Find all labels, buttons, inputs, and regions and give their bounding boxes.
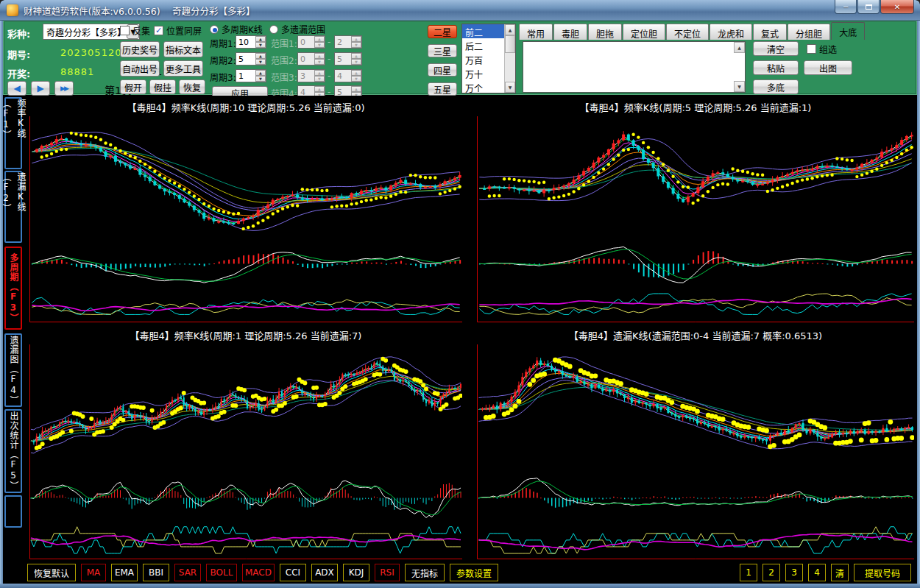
tab-fushi[interactable]: 复式: [753, 24, 787, 40]
chart-title-4: 【毒胆4】遗漏K线(遗漏范围:0-4 当前遗漏:7 概率:0.6513): [477, 328, 914, 342]
tab-budingwei[interactable]: 不定位: [666, 24, 709, 40]
tab-fenzudan[interactable]: 分组胆: [788, 24, 830, 40]
ma-button[interactable]: MA: [81, 564, 106, 581]
textarea-scroll-up-icon[interactable]: ▲: [734, 42, 745, 53]
indicator-text-button[interactable]: 指标文本: [163, 41, 203, 57]
tab-longhuhe[interactable]: 龙虎和: [710, 24, 752, 40]
tab-dingweidan[interactable]: 定位胆: [623, 24, 665, 40]
preset3-button[interactable]: 3: [785, 564, 803, 581]
chutu-button[interactable]: 出图: [804, 60, 852, 75]
boll-button[interactable]: BOLL: [206, 564, 237, 581]
list-scrollbar[interactable]: ▲ ▼: [504, 24, 515, 93]
last-page-button[interactable]: ▶▶: [54, 81, 74, 96]
range1-to-spinner: 2 ▲▼: [334, 35, 362, 49]
checkbox-zuxuan-box[interactable]: [807, 44, 816, 54]
scroll-up-icon[interactable]: ▲: [505, 24, 515, 35]
list-item-wange[interactable]: 万个: [462, 80, 504, 94]
more-tools-button[interactable]: 更多工具: [163, 60, 203, 77]
star3-button[interactable]: 三星: [428, 44, 457, 57]
sidebar-item-f3[interactable]: 多周期（F3）: [4, 247, 22, 330]
range3-to-arrows: ▲▼: [351, 70, 361, 82]
star4-button[interactable]: 四星: [428, 63, 457, 77]
checkbox-fanji[interactable]: 反集: [120, 24, 150, 37]
period1-spin-arrows[interactable]: ▲▼: [255, 36, 266, 48]
adx-button[interactable]: ADX: [311, 564, 338, 581]
clear-button[interactable]: 清空: [753, 41, 799, 56]
fake-hang-button[interactable]: 假挂: [149, 79, 176, 94]
history-numbers-button[interactable]: 历史奖号: [120, 41, 160, 57]
close-button[interactable]: ✕: [880, 0, 914, 14]
sidebar-item-f5[interactable]: 出次统计（F5）: [4, 409, 22, 493]
scroll-down-icon[interactable]: ▼: [505, 82, 515, 93]
period1-spinner[interactable]: 10 ▲▼: [236, 35, 266, 49]
paste-button[interactable]: 粘贴: [753, 60, 799, 75]
chart-panel-2: [477, 116, 914, 322]
fake-open-button[interactable]: 假开: [120, 79, 146, 94]
checkbox-tongping-box[interactable]: ✓: [154, 26, 163, 35]
radio-multi-period-circle[interactable]: [210, 25, 219, 34]
sidebar-item-f4[interactable]: 遗漏图（F4）: [4, 333, 22, 407]
list-item-wanbai[interactable]: 万百: [462, 52, 504, 66]
window-right-edge: [917, 21, 920, 584]
kdj-button[interactable]: KDJ: [343, 564, 369, 581]
minimize-button[interactable]: ─: [835, 0, 857, 14]
draw-label: 开奖:: [7, 66, 30, 80]
numbers-textarea[interactable]: ▲ ▼: [523, 41, 746, 93]
scroll-thumb[interactable]: [505, 35, 515, 53]
radio-multi-range-circle[interactable]: [269, 25, 278, 34]
period3-spinner[interactable]: 1 ▲▼: [236, 69, 266, 82]
next-page-button[interactable]: ▶: [31, 81, 50, 96]
period2-value: 5: [236, 53, 255, 65]
sar-button[interactable]: SAR: [174, 564, 201, 581]
period2-spinner[interactable]: 5 ▲▼: [236, 52, 266, 65]
tab-dudan[interactable]: 毒胆: [553, 24, 587, 40]
auto-number-button[interactable]: 自动出号: [120, 60, 160, 77]
preset1-button[interactable]: 1: [740, 564, 757, 581]
tab-changyong[interactable]: 常用: [519, 24, 553, 40]
checkbox-fanji-box[interactable]: [120, 26, 130, 35]
prev-page-button[interactable]: ◀: [7, 81, 26, 96]
list-item-wanshi[interactable]: 万十: [462, 66, 504, 80]
range3-from-spinner: 3 ▲▼: [297, 69, 325, 82]
macd-button[interactable]: MACD: [242, 564, 275, 581]
checkbox-tongping[interactable]: ✓ 位置同屏: [154, 24, 202, 37]
tab-dadi[interactable]: 大底: [831, 22, 865, 40]
list-item-hou2[interactable]: 后二: [462, 38, 504, 52]
list-item-qian2[interactable]: 前二: [462, 24, 504, 38]
no-indicator-button[interactable]: 无指标: [405, 564, 445, 581]
restore-button[interactable]: 恢复: [179, 79, 205, 94]
star2-button[interactable]: 二星: [428, 25, 457, 38]
period3-spin-arrows[interactable]: ▲▼: [255, 70, 266, 82]
maximize-button[interactable]: [857, 0, 880, 14]
sidebar-item-f2[interactable]: 遗漏K线（F2）: [4, 171, 22, 243]
checkbox-zuxuan-label: 组选: [819, 43, 837, 55]
range3-from-arrows: ▲▼: [314, 70, 325, 82]
textarea-scrollbar[interactable]: ▲ ▼: [734, 42, 745, 92]
range3-label: 范围3:: [271, 71, 297, 83]
range2-from-arrows: ▲▼: [314, 53, 325, 65]
extract-numbers-button[interactable]: 提取号码: [854, 564, 911, 581]
ema-button[interactable]: EMA: [111, 564, 138, 581]
chart-title-1: 【毒胆4】频率K线(周期:10 理论周期:5.26 当前遗漏:0): [29, 100, 462, 114]
bbi-button[interactable]: BBI: [143, 564, 169, 581]
param-settings-button[interactable]: 参数设置: [450, 564, 498, 581]
star5-button[interactable]: 五星: [428, 82, 457, 96]
tab-dantuo[interactable]: 胆拖: [588, 24, 622, 40]
preset4-button[interactable]: 4: [808, 564, 826, 581]
sidebar-item-f1[interactable]: 频率K线（F1）: [4, 97, 22, 169]
cci-button[interactable]: CCI: [280, 564, 306, 581]
textarea-scroll-down-icon[interactable]: ▼: [734, 81, 745, 92]
radio-multi-range[interactable]: 多遗漏范围: [269, 23, 325, 35]
rsi-button[interactable]: RSI: [375, 564, 400, 581]
radio-multi-period[interactable]: 多周期K线: [210, 23, 263, 35]
restore-default-button[interactable]: 恢复默认: [27, 564, 76, 581]
radio-multi-period-label: 多周期K线: [222, 23, 263, 35]
preset2-button[interactable]: 2: [762, 564, 780, 581]
range1-to-value: 2: [335, 36, 351, 48]
duodi-button[interactable]: 多底: [753, 79, 799, 94]
period2-spin-arrows[interactable]: ▲▼: [255, 53, 266, 65]
checkbox-zuxuan[interactable]: 组选: [807, 43, 837, 55]
chart-title-3: 【毒胆4】频率K线(周期:1 理论周期:5.26 当前遗漏:7): [29, 328, 462, 342]
qing-button[interactable]: 清: [831, 564, 849, 581]
window-bottom-edge: [0, 584, 920, 588]
